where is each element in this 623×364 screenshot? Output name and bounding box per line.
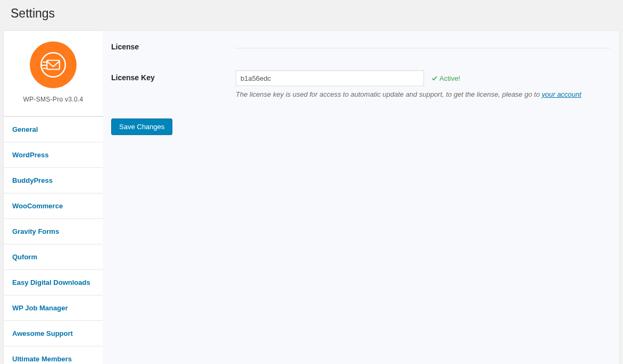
check-icon	[431, 75, 437, 81]
license-key-body: Active! The license key is used for acce…	[236, 70, 611, 98]
page-header: Settings	[0, 0, 623, 27]
license-status-text: Active!	[439, 74, 460, 82]
section-divider	[236, 48, 611, 48]
product-card: WP-SMS-Pro v3.0.4	[3, 30, 103, 116]
section-heading: License	[111, 43, 236, 51]
tab-woocommerce[interactable]: WooCommerce	[3, 193, 103, 219]
tab-buddypress[interactable]: BuddyPress	[3, 168, 103, 193]
tab-easy-digital-downloads[interactable]: Easy Digital Downloads	[3, 270, 103, 295]
save-row: Save Changes	[103, 103, 619, 135]
tab-wp-job-manager[interactable]: WP Job Manager	[3, 295, 103, 321]
tab-quform[interactable]: Quform	[3, 244, 103, 270]
save-button[interactable]: Save Changes	[111, 118, 172, 135]
tab-ultimate-members[interactable]: Ultimate Members	[3, 346, 103, 364]
license-section: License License Key Active!	[103, 31, 619, 98]
your-account-link[interactable]: your account	[542, 90, 581, 98]
license-help-text: The license key is used for access to au…	[236, 90, 611, 98]
license-key-input[interactable]	[236, 70, 424, 86]
envelope-icon	[39, 50, 68, 79]
settings-content: License License Key Active!	[103, 30, 620, 364]
product-name: WP-SMS-Pro v3.0.4	[9, 96, 97, 103]
section-title-row: License	[111, 43, 611, 51]
license-key-label: License Key	[111, 70, 236, 82]
settings-tabs: GeneralWordPressBuddyPressWooCommerceGra…	[3, 116, 103, 364]
settings-wrap: WP-SMS-Pro v3.0.4 GeneralWordPressBuddyP…	[0, 30, 623, 364]
license-key-input-wrap: Active!	[236, 70, 611, 86]
license-key-row: License Key Active! The license key is u…	[111, 70, 611, 98]
license-help-prefix: The license key is used for access to au…	[236, 90, 542, 98]
page-title: Settings	[11, 6, 612, 21]
tab-awesome-support[interactable]: Awesome Support	[3, 321, 103, 346]
product-logo	[30, 41, 77, 88]
license-status: Active!	[431, 74, 460, 82]
tab-general[interactable]: General	[3, 116, 103, 142]
tab-gravity-forms[interactable]: Gravity Forms	[3, 219, 103, 244]
sidebar: WP-SMS-Pro v3.0.4 GeneralWordPressBuddyP…	[3, 30, 103, 364]
tab-wordpress[interactable]: WordPress	[3, 142, 103, 168]
svg-rect-1	[47, 61, 60, 70]
